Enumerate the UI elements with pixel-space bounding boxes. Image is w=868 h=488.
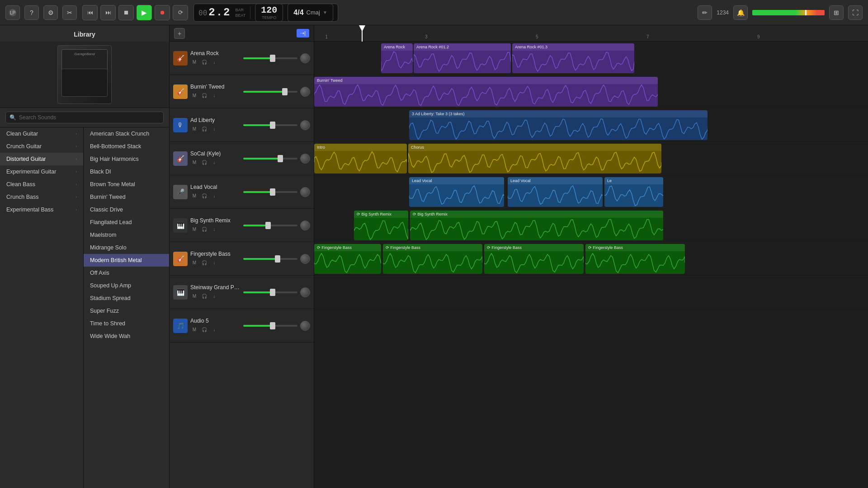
rewind-button[interactable]: ⏮ [82, 5, 98, 20]
mute-button-burnin-tweed[interactable]: M [190, 92, 198, 100]
vol-knob-audio5[interactable] [300, 321, 310, 331]
fullscreen-button[interactable]: ⛶ [848, 5, 863, 20]
lib-category-distorted-guitar[interactable]: Distorted Guitar› [0, 153, 83, 165]
headphone-button-socal-kyle[interactable]: 🎧 [200, 159, 208, 167]
lib-preset-super-fuzz[interactable]: Super Fuzz [84, 305, 169, 317]
search-input[interactable] [19, 114, 160, 121]
clip-lead-vocal[interactable]: Lead Vocal [409, 177, 504, 207]
lib-preset-american-stack[interactable]: American Stack Crunch [84, 127, 169, 140]
smart-controls-button[interactable]: ⇢| [297, 29, 309, 38]
tuner-button[interactable]: 🔔 [733, 5, 748, 20]
mute-button-big-synth[interactable]: M [190, 225, 198, 234]
download-button-ad-liberty[interactable]: ↓ [210, 125, 218, 133]
download-button-socal-kyle[interactable]: ↓ [210, 159, 218, 167]
vol-knob-ad-liberty[interactable] [300, 120, 310, 130]
track-fader-burnin-tweed[interactable] [243, 91, 297, 93]
lib-preset-flangilated[interactable]: Flangilated Lead [84, 216, 169, 229]
headphone-button-steinway[interactable]: 🎧 [200, 292, 208, 300]
track-fader-steinway[interactable] [243, 291, 297, 293]
clip-⟳-fingerstyle-bass[interactable]: ⟳ Fingerstyle Bass [585, 244, 685, 274]
headphone-button-burnin-tweed[interactable]: 🎧 [200, 92, 208, 100]
lib-preset-souped-up[interactable]: Souped Up Amp [84, 279, 169, 292]
clip-3-ad-liberty:-take-3-(3-takes)[interactable]: 3 Ad Liberty: Take 3 (3 takes) [409, 110, 708, 140]
clip-burnin'-tweed[interactable]: Burnin' Tweed [314, 77, 658, 107]
mute-button-lead-vocal[interactable]: M [190, 192, 198, 200]
track-fader-audio5[interactable] [243, 325, 297, 327]
headphone-button-arena-rock[interactable]: 🎧 [200, 58, 208, 66]
download-button-fingerstyle[interactable]: ↓ [210, 259, 218, 267]
clip-le[interactable]: Le [604, 177, 663, 207]
download-button-audio5[interactable]: ↓ [210, 326, 218, 334]
mute-button-ad-liberty[interactable]: M [190, 125, 198, 133]
view-button[interactable]: ⊞ [829, 5, 844, 20]
clip-chorus[interactable]: Chorus [408, 144, 661, 174]
headphone-button-ad-liberty[interactable]: 🎧 [200, 125, 208, 133]
vol-knob-socal-kyle[interactable] [300, 154, 310, 164]
vol-knob-arena-rock[interactable] [300, 53, 310, 63]
vol-knob-lead-vocal[interactable] [300, 187, 310, 197]
headphone-button-lead-vocal[interactable]: 🎧 [200, 192, 208, 200]
download-button-lead-vocal[interactable]: ↓ [210, 192, 218, 200]
track-header-big-synth[interactable]: 🎹 Big Synth Remix M 🎧 ↓ [170, 209, 314, 242]
lib-preset-black-di[interactable]: Black DI [84, 165, 169, 178]
vol-knob-fingerstyle[interactable] [300, 254, 310, 264]
clip-arena-rock-#01.3[interactable]: Arena Rock #01.3 [512, 43, 634, 73]
lib-preset-bell-bottomed[interactable]: Bell-Bottomed Stack [84, 140, 169, 153]
clip-lead-vocal[interactable]: Lead Vocal [508, 177, 603, 207]
track-header-audio5[interactable]: 🎵 Audio 5 M 🎧 ↓ [170, 309, 314, 343]
mute-button-steinway[interactable]: M [190, 292, 198, 300]
track-header-ad-liberty[interactable]: 🎙 Ad Liberty M 🎧 ↓ [170, 108, 314, 142]
lib-category-clean-guitar[interactable]: Clean Guitar› [0, 127, 83, 140]
vol-knob-steinway[interactable] [300, 287, 310, 297]
clip-arena-rock-#01.2[interactable]: Arena Rock #01.2 [414, 43, 511, 73]
clip-⟳-fingerstyle-bass[interactable]: ⟳ Fingerstyle Bass [484, 244, 584, 274]
download-button-arena-rock[interactable]: ↓ [210, 58, 218, 66]
track-header-burnin-tweed[interactable]: 🎸 Burnin' Tweed M 🎧 ↓ [170, 75, 314, 108]
headphone-button-fingerstyle[interactable]: 🎧 [200, 259, 208, 267]
track-header-steinway[interactable]: 🎹 Steinway Grand Piano M 🎧 ↓ [170, 276, 314, 309]
lib-category-experimental-guitar[interactable]: Experimental Guitar› [0, 165, 83, 178]
tempo-display[interactable]: 120 TEMPO [255, 4, 283, 22]
headphone-button-big-synth[interactable]: 🎧 [200, 225, 208, 234]
lib-preset-maelstrom[interactable]: Maelstrom [84, 229, 169, 241]
app-icon-button[interactable]: LP [5, 5, 20, 20]
lib-preset-classic-drive[interactable]: Classic Drive [84, 203, 169, 216]
lib-category-crunch-bass[interactable]: Crunch Bass› [0, 191, 83, 203]
mute-button-arena-rock[interactable]: M [190, 58, 198, 66]
track-header-arena-rock[interactable]: 🎸 Arena Rock M 🎧 ↓ [170, 42, 314, 75]
track-fader-lead-vocal[interactable] [243, 191, 297, 193]
track-fader-arena-rock[interactable] [243, 57, 297, 59]
add-track-button[interactable]: + [174, 28, 185, 39]
settings-button[interactable]: ⚙ [43, 5, 58, 20]
lib-category-crunch-guitar[interactable]: Crunch Guitar› [0, 140, 83, 153]
lib-preset-stadium-spread[interactable]: Stadium Spread [84, 292, 169, 305]
lib-preset-time-to-shred[interactable]: Time to Shred [84, 317, 169, 330]
mute-button-fingerstyle[interactable]: M [190, 259, 198, 267]
lib-preset-burnin-tweed[interactable]: Burnin' Tweed [84, 191, 169, 203]
mute-button-socal-kyle[interactable]: M [190, 159, 198, 167]
help-button[interactable]: ? [24, 5, 39, 20]
lib-category-clean-bass[interactable]: Clean Bass› [0, 178, 83, 191]
track-fader-big-synth[interactable] [243, 225, 297, 226]
record-button[interactable]: ⏺ [155, 5, 170, 20]
lib-category-experimental-bass[interactable]: Experimental Bass› [0, 203, 83, 216]
download-button-burnin-tweed[interactable]: ↓ [210, 92, 218, 100]
track-fader-socal-kyle[interactable] [243, 158, 297, 160]
clip-arena-rock[interactable]: Arena Rock [381, 43, 413, 73]
track-header-socal-kyle[interactable]: 🎸 SoCal (Kyle) M 🎧 ↓ [170, 142, 314, 175]
fast-forward-button[interactable]: ⏭ [100, 5, 116, 20]
lib-preset-off-axis[interactable]: Off Axis [84, 267, 169, 279]
download-button-big-synth[interactable]: ↓ [210, 225, 218, 234]
vol-knob-burnin-tweed[interactable] [300, 87, 310, 97]
cut-button[interactable]: ✂ [62, 5, 77, 20]
mute-button-audio5[interactable]: M [190, 326, 198, 334]
lib-preset-brown-tone[interactable]: Brown Tone Metal [84, 178, 169, 191]
clip-⟳-big-synth-remix[interactable]: ⟳ Big Synth Remix [354, 211, 408, 240]
lib-preset-modern-british[interactable]: Modern British Metal [84, 254, 169, 267]
vol-knob-big-synth[interactable] [300, 221, 310, 230]
timesig-display[interactable]: 4/4 Cmaj ▼ [288, 4, 333, 22]
lib-preset-midrange-solo[interactable]: Midrange Solo [84, 241, 169, 254]
track-fader-fingerstyle[interactable] [243, 258, 297, 260]
play-button[interactable]: ▶ [137, 5, 152, 20]
clip-⟳-fingerstyle-bass[interactable]: ⟳ Fingerstyle Bass [383, 244, 482, 274]
